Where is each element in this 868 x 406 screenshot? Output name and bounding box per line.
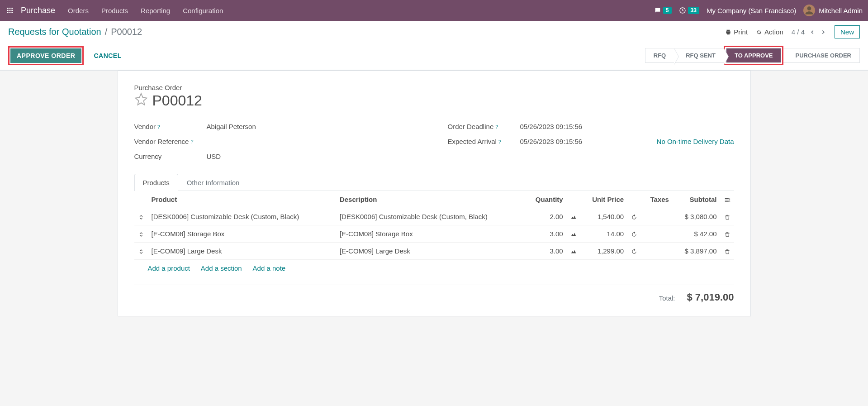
- sort-icon: [138, 231, 144, 238]
- help-icon[interactable]: ?: [498, 139, 501, 144]
- table-row[interactable]: [E-COM09] Large Desk[E-COM09] Large Desk…: [134, 243, 734, 260]
- price-history-button[interactable]: [627, 243, 641, 260]
- pager-text: 4 / 4: [792, 28, 805, 36]
- breadcrumb-current: P00012: [111, 27, 142, 37]
- delete-row-button[interactable]: [721, 243, 734, 260]
- cell-qty[interactable]: 2.00: [524, 208, 566, 225]
- approve-highlight: APPROVE ORDER: [8, 46, 84, 65]
- drag-handle[interactable]: [134, 243, 148, 260]
- svg-rect-2: [11, 8, 13, 9]
- cell-qty[interactable]: 3.00: [524, 225, 566, 243]
- cancel-button[interactable]: CANCEL: [87, 48, 128, 63]
- col-subtotal: Subtotal: [673, 191, 721, 208]
- help-icon[interactable]: ?: [157, 124, 160, 129]
- tab-products[interactable]: Products: [134, 174, 178, 191]
- apps-icon[interactable]: [5, 6, 14, 15]
- activities-button[interactable]: 33: [679, 7, 699, 14]
- delivery-data-link[interactable]: No On-time Delivery Data: [657, 138, 734, 145]
- menu-orders[interactable]: Orders: [68, 7, 89, 14]
- user-menu[interactable]: Mitchell Admin: [803, 5, 863, 16]
- add-note-link[interactable]: Add a note: [253, 264, 286, 272]
- pager: 4 / 4: [792, 28, 826, 36]
- help-icon[interactable]: ?: [190, 139, 193, 144]
- stage-rfq-sent[interactable]: RFQ SENT: [674, 48, 724, 63]
- cell-description[interactable]: [DESK0006] Customizable Desk (Custom, Bl…: [336, 208, 524, 225]
- cell-product[interactable]: [E-COM08] Storage Box: [148, 225, 336, 243]
- vendor-value[interactable]: Abigail Peterson: [207, 123, 256, 130]
- chart-icon: [570, 214, 577, 220]
- stage-purchase-order[interactable]: PURCHASE ORDER: [783, 48, 860, 63]
- col-taxes: Taxes: [641, 191, 673, 208]
- action-button[interactable]: Action: [756, 28, 783, 36]
- pager-prev[interactable]: [809, 28, 816, 36]
- svg-rect-8: [11, 12, 13, 13]
- delete-row-button[interactable]: [721, 225, 734, 243]
- star-icon: [134, 92, 148, 106]
- status-stages: RFQ RFQ SENT TO APPROVE PURCHASE ORDER: [645, 46, 860, 65]
- favorite-toggle[interactable]: [134, 92, 148, 109]
- stage-rfq[interactable]: RFQ: [645, 48, 674, 63]
- chevron-right-icon: [820, 29, 826, 35]
- print-icon: [725, 29, 731, 35]
- deadline-label: Order Deadline?: [448, 123, 520, 130]
- menu-configuration[interactable]: Configuration: [183, 7, 223, 14]
- forecast-button[interactable]: [567, 225, 580, 243]
- clock-icon: [679, 7, 686, 14]
- cell-price[interactable]: 14.00: [580, 225, 628, 243]
- breadcrumb-parent[interactable]: Requests for Quotation: [8, 27, 101, 37]
- cell-price[interactable]: 1,540.00: [580, 208, 628, 225]
- help-icon[interactable]: ?: [495, 124, 498, 129]
- form-type-label: Purchase Order: [134, 84, 734, 91]
- history-icon: [631, 231, 637, 238]
- col-options[interactable]: [721, 191, 734, 208]
- cell-qty[interactable]: 3.00: [524, 243, 566, 260]
- chat-icon: [654, 7, 661, 14]
- activities-badge: 33: [688, 7, 699, 14]
- table-row[interactable]: [DESK0006] Customizable Desk (Custom, Bl…: [134, 208, 734, 225]
- trash-icon: [724, 231, 730, 238]
- drag-handle[interactable]: [134, 208, 148, 225]
- new-button[interactable]: New: [835, 25, 860, 38]
- order-lines-table: Product Description Quantity Unit Price …: [134, 191, 734, 260]
- delete-row-button[interactable]: [721, 208, 734, 225]
- cell-subtotal: $ 42.00: [673, 225, 721, 243]
- print-button[interactable]: Print: [725, 28, 748, 36]
- add-section-link[interactable]: Add a section: [201, 264, 242, 272]
- messages-button[interactable]: 5: [654, 7, 672, 14]
- stage-to-approve[interactable]: TO APPROVE: [726, 48, 782, 63]
- table-row[interactable]: [E-COM08] Storage Box[E-COM08] Storage B…: [134, 225, 734, 243]
- totals-row: Total: $ 7,019.00: [134, 285, 734, 303]
- cell-product[interactable]: [DESK0006] Customizable Desk (Custom, Bl…: [148, 208, 336, 225]
- app-brand[interactable]: Purchase: [21, 6, 55, 15]
- top-nav: Purchase Orders Products Reporting Confi…: [0, 0, 868, 21]
- cell-taxes[interactable]: [641, 225, 673, 243]
- deadline-value[interactable]: 05/26/2023 09:15:56: [520, 123, 583, 130]
- price-history-button[interactable]: [627, 208, 641, 225]
- tab-other-info[interactable]: Other Information: [178, 174, 248, 191]
- cell-price[interactable]: 1,299.00: [580, 243, 628, 260]
- arrival-value[interactable]: 05/26/2023 09:15:56: [520, 138, 583, 145]
- pager-next[interactable]: [820, 28, 826, 36]
- vendor-label: Vendor?: [134, 123, 207, 130]
- cell-description[interactable]: [E-COM09] Large Desk: [336, 243, 524, 260]
- cell-taxes[interactable]: [641, 208, 673, 225]
- cell-taxes[interactable]: [641, 243, 673, 260]
- menu-reporting[interactable]: Reporting: [141, 7, 170, 14]
- menu-products[interactable]: Products: [101, 7, 128, 14]
- cell-description[interactable]: [E-COM08] Storage Box: [336, 225, 524, 243]
- price-history-button[interactable]: [627, 225, 641, 243]
- add-product-link[interactable]: Add a product: [148, 264, 190, 272]
- user-name: Mitchell Admin: [819, 7, 863, 14]
- currency-value[interactable]: USD: [207, 153, 221, 160]
- approve-order-button[interactable]: APPROVE ORDER: [10, 48, 81, 63]
- sort-icon: [138, 214, 144, 220]
- forecast-button[interactable]: [567, 208, 580, 225]
- svg-rect-6: [7, 12, 9, 13]
- cell-product[interactable]: [E-COM09] Large Desk: [148, 243, 336, 260]
- forecast-button[interactable]: [567, 243, 580, 260]
- trash-icon: [724, 214, 730, 220]
- company-selector[interactable]: My Company (San Francisco): [707, 7, 796, 14]
- svg-rect-5: [11, 10, 13, 11]
- breadcrumb: Requests for Quotation / P00012: [8, 27, 142, 37]
- drag-handle[interactable]: [134, 225, 148, 243]
